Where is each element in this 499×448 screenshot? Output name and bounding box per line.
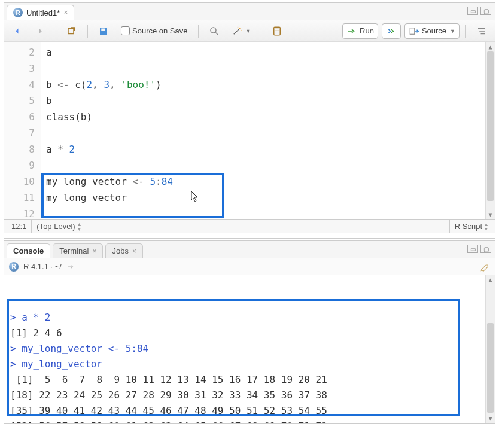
close-icon[interactable]: × — [63, 8, 68, 17]
code-line[interactable] — [46, 157, 490, 173]
search-icon — [209, 26, 220, 36]
mouse-cursor-icon — [191, 191, 199, 203]
language-selector[interactable]: R Script ▴▾ — [449, 220, 492, 233]
run-button[interactable]: Run — [342, 23, 378, 39]
show-in-new-window-button[interactable] — [62, 23, 81, 39]
chevron-down-icon: ▼ — [450, 28, 455, 34]
goto-dir-icon[interactable] — [66, 263, 75, 271]
code-tools-button[interactable]: ▼ — [227, 23, 255, 39]
clear-console-icon[interactable] — [479, 261, 490, 272]
arrow-left-icon — [12, 26, 23, 36]
back-button[interactable] — [8, 23, 27, 39]
notebook-icon — [272, 26, 282, 36]
scroll-down-arrow[interactable]: ▼ — [486, 414, 495, 423]
console-line: [18] 22 23 24 25 26 27 28 29 30 31 32 33… — [10, 388, 489, 403]
maximize-pane-button[interactable]: ▢ — [480, 7, 491, 15]
line-number: 6 — [7, 109, 35, 125]
run-label: Run — [360, 26, 374, 35]
minimize-pane-button[interactable]: ▭ — [467, 245, 478, 253]
jobs-tab-label: Jobs — [112, 246, 128, 255]
terminal-tab[interactable]: Terminal × — [53, 243, 103, 258]
console-line: [1] 2 4 6 — [10, 325, 489, 341]
minimize-pane-button[interactable]: ▭ — [467, 7, 478, 15]
source-toolbar: Source on Save ▼ Run Source ▼ — [4, 20, 495, 42]
r-file-icon: R — [13, 8, 23, 17]
console-output[interactable]: > a * 2[1] 2 4 6> my_long_vector <- 5:84… — [4, 275, 495, 423]
console-line: > my_long_vector — [10, 356, 489, 372]
line-number: 5 — [7, 93, 35, 109]
cursor-position: 12:1 — [7, 220, 31, 233]
line-number: 11 — [7, 190, 35, 206]
source-on-save-toggle[interactable]: Source on Save — [117, 24, 192, 38]
source-icon — [409, 26, 419, 36]
forward-button[interactable] — [31, 23, 50, 39]
compile-report-button[interactable] — [267, 23, 287, 39]
line-number: 2 — [7, 44, 35, 60]
vertical-scrollbar[interactable]: ▲ ▼ — [485, 275, 495, 423]
line-number: 3 — [7, 60, 35, 77]
code-line[interactable] — [46, 206, 490, 219]
maximize-pane-button[interactable]: ▢ — [480, 245, 491, 253]
line-number: 7 — [7, 125, 35, 141]
jobs-tab[interactable]: Jobs × — [105, 243, 142, 258]
separator — [261, 25, 261, 38]
line-number: 8 — [7, 141, 35, 157]
source-label: Source — [422, 26, 446, 35]
code-line[interactable]: b — [46, 93, 490, 109]
svg-line-2 — [215, 32, 218, 35]
separator — [465, 25, 466, 38]
popout-icon — [66, 26, 77, 36]
scroll-thumb[interactable] — [487, 323, 494, 413]
rerun-icon — [386, 26, 397, 36]
code-line[interactable]: my_long_vector <- 5:84 — [46, 173, 490, 190]
pane-window-controls: ▭ ▢ — [467, 245, 491, 253]
close-icon[interactable]: × — [92, 247, 96, 255]
rerun-button[interactable] — [382, 23, 401, 39]
wand-icon — [232, 26, 242, 36]
outline-icon — [476, 26, 487, 36]
code-line[interactable]: b <- c(2, 3, 'boo!') — [46, 77, 490, 93]
close-icon[interactable]: × — [132, 247, 136, 255]
svg-line-3 — [233, 29, 239, 34]
console-tab-label: Console — [13, 246, 44, 255]
editor-statusbar: 12:1 (Top Level) ▴▾ R Script ▴▾ — [4, 219, 495, 233]
line-number: 9 — [7, 157, 35, 173]
svg-rect-7 — [274, 27, 281, 35]
console-tab[interactable]: Console — [7, 243, 50, 258]
code-line[interactable]: class(b) — [46, 109, 490, 125]
find-button[interactable] — [205, 23, 224, 39]
outline-button[interactable] — [472, 23, 491, 39]
vertical-scrollbar[interactable]: ▲ ▼ — [485, 42, 495, 219]
console-line: [35] 39 40 41 42 43 44 45 46 47 48 49 50… — [10, 403, 489, 419]
pane-window-controls: ▭ ▢ — [467, 7, 491, 15]
save-icon — [98, 26, 109, 36]
code-line[interactable] — [46, 60, 490, 77]
line-number: 10 — [7, 173, 35, 190]
scroll-up-arrow[interactable]: ▲ — [486, 42, 495, 51]
scroll-thumb[interactable] — [487, 51, 494, 201]
code-line[interactable] — [46, 125, 490, 141]
source-tab[interactable]: R Untitled1* × — [7, 5, 74, 20]
separator — [87, 25, 88, 38]
console-line: > my_long_vector <- 5:84 — [10, 341, 489, 356]
scroll-up-arrow[interactable]: ▲ — [486, 275, 495, 285]
code-area[interactable]: a b <- c(2, 3, 'boo!')bclass(b) a * 2 my… — [41, 42, 495, 219]
checkbox-icon — [121, 26, 130, 35]
code-editor[interactable]: 23456789101112 a b <- c(2, 3, 'boo!')bcl… — [4, 42, 495, 219]
source-tabbar: R Untitled1* × ▭ ▢ — [4, 3, 495, 20]
arrow-right-icon — [35, 26, 45, 36]
scroll-down-arrow[interactable]: ▼ — [486, 209, 495, 219]
code-line[interactable]: my_long_vector — [46, 190, 490, 206]
source-button[interactable]: Source ▼ — [404, 23, 460, 39]
console-header: R R 4.1.1 · ~/ — [4, 258, 495, 275]
save-button[interactable] — [94, 23, 113, 39]
scope-selector[interactable]: (Top Level) ▴▾ — [31, 220, 85, 233]
source-pane: R Untitled1* × ▭ ▢ Source on Save — [4, 2, 495, 239]
console-working-dir: R 4.1.1 · ~/ — [23, 262, 62, 271]
code-line[interactable]: a — [46, 44, 490, 60]
svg-point-6 — [241, 29, 242, 31]
console-line: [52] 56 57 58 59 60 61 62 63 64 65 66 67… — [10, 419, 489, 423]
console-tabbar: Console Terminal × Jobs × ▭ ▢ — [4, 241, 495, 258]
code-line[interactable]: a * 2 — [46, 141, 490, 157]
separator — [56, 25, 56, 38]
